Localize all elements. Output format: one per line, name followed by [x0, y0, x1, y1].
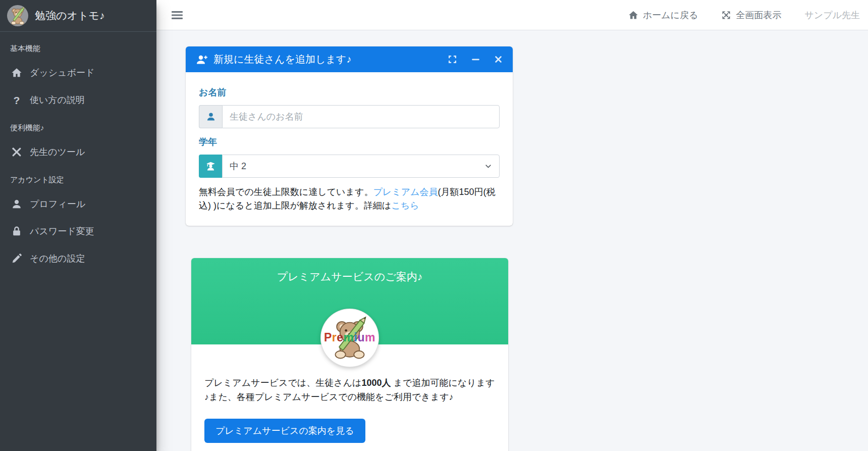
user-icon	[10, 198, 23, 210]
sidebar-item-label: パスワード変更	[30, 225, 94, 237]
premium-member-link[interactable]: プレミアム会員	[373, 187, 438, 197]
user-plus-icon	[196, 54, 208, 66]
tools-icon	[10, 146, 23, 158]
user-menu[interactable]: サンプル先生	[804, 9, 860, 21]
question-icon: ?	[10, 95, 23, 106]
premium-bear-badge: Premium	[321, 309, 378, 367]
sidebar-item-profile[interactable]: プロフィール	[5, 191, 151, 217]
premium-title: プレミアムサービスのご案内♪	[191, 258, 508, 284]
details-link[interactable]: こちら	[391, 201, 419, 211]
sidebar-item-password[interactable]: パスワード変更	[5, 218, 151, 244]
minimize-icon[interactable]	[471, 55, 480, 64]
maximize-icon[interactable]	[448, 55, 457, 64]
sidebar-item-dashboard[interactable]: ダッシュボード	[5, 60, 151, 86]
close-icon[interactable]	[494, 55, 503, 64]
nav-section-account: アカウント設定	[5, 166, 151, 191]
sidebar-nav: 基本機能 ダッシュボード ? 使い方の説明 便利機能♪ 先生のツール アカウント…	[0, 32, 156, 276]
sidebar-item-label: 使い方の説明	[30, 94, 85, 106]
nav-section-tools: 便利機能♪	[5, 114, 151, 139]
view-premium-button[interactable]: プレミアムサービスの案内を見る	[204, 419, 365, 443]
grade-label: 学年	[199, 136, 500, 148]
fullscreen-link[interactable]: 全画面表示	[721, 9, 781, 21]
premium-description: プレミアムサービスでは、生徒さんは1000人 まで追加可能になります♪また、各種…	[204, 376, 495, 405]
lock-icon	[10, 226, 23, 237]
name-label: お名前	[199, 86, 500, 98]
user-graduate-icon	[199, 155, 222, 178]
sidebar-item-label: ダッシュボード	[30, 67, 95, 79]
bear-logo-icon	[7, 5, 28, 26]
student-name-input[interactable]	[222, 105, 500, 128]
sidebar-item-label: 先生のツール	[30, 146, 85, 158]
expand-arrows-icon	[721, 10, 731, 20]
home-icon	[10, 67, 23, 78]
add-student-card: 新規に生徒さんを追加します♪ お名前	[186, 46, 513, 226]
app-title: 勉強のオトモ♪	[35, 9, 104, 23]
hamburger-menu-icon[interactable]	[169, 8, 186, 23]
premium-card: プレミアムサービスのご案内♪ Premium プレミアムサービスでは、生徒さんは…	[191, 258, 508, 451]
limit-notice: 無料会員での生徒上限数に達しています。プレミアム会員(月額150円(税込) )に…	[199, 185, 500, 213]
sidebar-item-label: その他の設定	[30, 253, 85, 265]
pencil-icon	[10, 253, 23, 264]
card-title: 新規に生徒さんを追加します♪	[213, 53, 351, 66]
grade-select[interactable]: 中 2	[222, 155, 500, 178]
sidebar-item-other-settings[interactable]: その他の設定	[5, 245, 151, 272]
premium-badge-label: Premium	[324, 331, 375, 344]
home-icon	[628, 10, 638, 20]
content-area: 新規に生徒さんを追加します♪ お名前	[156, 30, 868, 451]
topbar: ホームに戻る 全画面表示 サンプル先生	[156, 0, 868, 30]
sidebar-item-label: プロフィール	[30, 198, 85, 210]
brand-link[interactable]: 勉強のオトモ♪	[0, 0, 156, 32]
sidebar-item-help[interactable]: ? 使い方の説明	[5, 87, 151, 113]
nav-section-basic: 基本機能	[5, 35, 151, 60]
sidebar-item-teacher-tools[interactable]: 先生のツール	[5, 139, 151, 165]
home-return-link[interactable]: ホームに戻る	[628, 9, 698, 21]
chevron-down-icon	[484, 163, 492, 170]
user-icon	[199, 105, 222, 128]
add-student-card-header: 新規に生徒さんを追加します♪	[186, 46, 513, 72]
sidebar: 勉強のオトモ♪ 基本機能 ダッシュボード ? 使い方の説明 便利機能♪ 先生のツ…	[0, 0, 156, 451]
